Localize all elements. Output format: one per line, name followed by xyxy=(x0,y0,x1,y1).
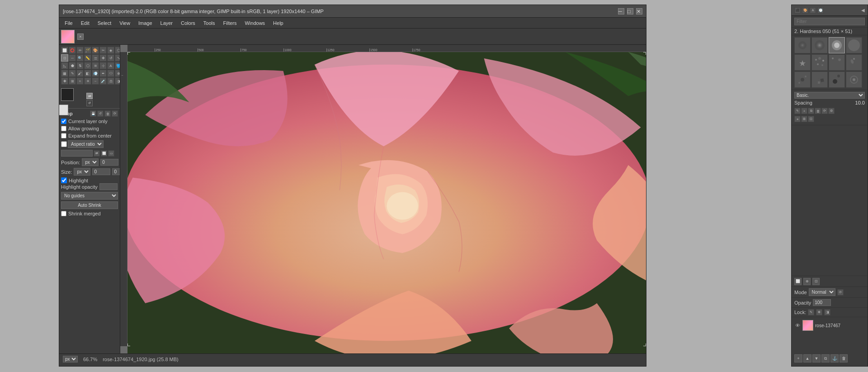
brush-scatter-1[interactable] xyxy=(811,54,828,71)
expand-from-center-checkbox[interactable] xyxy=(61,133,66,138)
brush-new-icon[interactable]: + xyxy=(801,108,807,114)
tool-scissors[interactable]: ✂ xyxy=(99,47,107,54)
brush-scatter-3[interactable] xyxy=(846,54,862,71)
brush-edit-icon[interactable]: ✎ xyxy=(794,108,801,114)
brush-icon-1[interactable]: ≡ xyxy=(794,116,801,122)
preset-select[interactable]: Basic. xyxy=(794,92,865,99)
tool-crop[interactable]: ⊡ xyxy=(61,54,68,62)
brush-filter-input[interactable] xyxy=(794,18,865,25)
maximize-button[interactable]: □ xyxy=(627,8,633,14)
layer-visibility-icon[interactable]: 👁 xyxy=(794,322,801,329)
tool-perspective-clone[interactable]: ⊞ xyxy=(69,77,76,85)
tool-fuzzy-select[interactable]: 🪄 xyxy=(84,47,91,54)
menu-select[interactable]: Select xyxy=(94,19,115,27)
layer-duplicate-btn[interactable]: ⧉ xyxy=(821,354,830,362)
brush-settings-icon[interactable]: ⚙ xyxy=(828,108,835,114)
brush-scatter-5[interactable] xyxy=(811,72,828,88)
brushes-panel-icon[interactable]: ⬛ xyxy=(794,7,801,14)
no-guides-select[interactable]: No guides xyxy=(61,192,118,200)
position-x-input[interactable] xyxy=(100,159,118,166)
layer-new-btn[interactable]: + xyxy=(794,354,802,362)
brush-hard-active[interactable] xyxy=(829,37,845,53)
highlight-opacity-input[interactable]: 50.0 xyxy=(99,183,118,190)
tool-warp[interactable]: ≋ xyxy=(92,62,99,69)
brush-icon-3[interactable]: ⊡ xyxy=(808,116,814,122)
auto-shrink-button[interactable]: Auto Shrink xyxy=(61,201,118,209)
layer-header-btn-2[interactable]: ⊕ xyxy=(803,278,811,285)
brush-duplicate-icon[interactable]: ⧉ xyxy=(808,108,814,114)
brush-soft-sm[interactable] xyxy=(794,37,811,53)
layer-header-btn-3[interactable]: ⊡ xyxy=(812,278,820,285)
layer-delete-btn[interactable]: 🗑 xyxy=(840,354,848,362)
background-color[interactable] xyxy=(59,105,68,115)
tool-gradient[interactable]: ▦ xyxy=(61,70,68,77)
tool-airbrush[interactable]: 💨 xyxy=(92,70,99,77)
brush-delete-icon[interactable]: 🗑 xyxy=(815,108,821,114)
tool-select-color[interactable]: 🎨 xyxy=(92,47,99,54)
tool-hue[interactable]: ◑ xyxy=(115,77,120,85)
menu-colors[interactable]: Colors xyxy=(177,19,199,27)
tool-pencil[interactable]: ✎ xyxy=(69,70,76,77)
tool-eraser[interactable]: ◧ xyxy=(84,70,91,77)
tool-options-save[interactable]: 💾 xyxy=(90,110,96,117)
brush-scatter-6[interactable] xyxy=(829,72,845,88)
fixed-checkbox[interactable] xyxy=(61,141,67,147)
tool-move[interactable]: ✥ xyxy=(99,54,107,62)
aspect-ratio-select[interactable]: Aspect ratio xyxy=(68,140,104,148)
mode-extra-icon[interactable]: ⟳ xyxy=(837,289,844,296)
tool-smudge[interactable]: ~ xyxy=(92,77,99,85)
ratio-portrait-icon[interactable]: ⬜ xyxy=(101,150,107,157)
size-y-input[interactable] xyxy=(112,168,120,175)
minimize-button[interactable]: ─ xyxy=(618,8,624,14)
tool-ellipse-select[interactable]: ⭕ xyxy=(69,47,76,54)
tool-transform[interactable]: ↔ xyxy=(69,54,76,62)
tool-align[interactable]: ⚌ xyxy=(92,54,99,62)
tool-ink[interactable]: ✒ xyxy=(99,70,107,77)
expand-panel-button[interactable]: ◀ xyxy=(861,8,865,13)
opacity-input[interactable] xyxy=(813,299,831,306)
tool-perspective[interactable]: ⬟ xyxy=(69,62,76,69)
menu-tools[interactable]: Tools xyxy=(200,19,219,27)
tool-zoom[interactable]: 🔍 xyxy=(76,54,84,62)
menu-layer[interactable]: Layer xyxy=(157,19,177,27)
tool-free-select[interactable]: ✏ xyxy=(76,47,84,54)
tool-clone[interactable]: ⊕ xyxy=(115,70,120,77)
swap-colors-button[interactable]: ⇄ xyxy=(86,93,93,99)
tool-scale[interactable]: ⤡ xyxy=(115,54,120,62)
brush-icon-2[interactable]: ⊞ xyxy=(801,116,807,122)
layer-header-btn-1[interactable]: ⬜ xyxy=(794,278,802,285)
tool-paintbrush[interactable]: 🖌 xyxy=(76,70,84,77)
tool-mypaint[interactable]: ⬭ xyxy=(107,70,114,77)
size-x-input[interactable] xyxy=(92,168,110,175)
lock-position-icon[interactable]: ✥ xyxy=(816,309,822,315)
tool-shear[interactable]: ◺ xyxy=(61,62,68,69)
menu-windows[interactable]: Windows xyxy=(241,19,269,27)
history-panel-icon[interactable]: 🕐 xyxy=(817,7,824,14)
brush-refresh-icon[interactable]: ⟳ xyxy=(821,108,828,114)
tool-heal[interactable]: ✚ xyxy=(61,77,68,85)
tool-rect-select[interactable]: ⬜ xyxy=(61,47,68,54)
ratio-swap-icon[interactable]: ⇄ xyxy=(94,150,100,157)
brush-hard-lg[interactable] xyxy=(846,37,862,53)
tool-paths[interactable]: ⬡ xyxy=(115,47,120,54)
position-unit-select[interactable]: px xyxy=(82,158,99,166)
brush-scatter-2[interactable] xyxy=(829,54,845,71)
close-button[interactable]: ✕ xyxy=(636,8,642,14)
layer-lower-btn[interactable]: ▼ xyxy=(812,354,821,362)
menu-edit[interactable]: Edit xyxy=(77,19,93,27)
tool-cage[interactable]: ⬡ xyxy=(84,62,91,69)
tool-handle[interactable]: ⊹ xyxy=(99,62,107,69)
current-layer-only-checkbox[interactable] xyxy=(61,119,66,124)
canvas-area[interactable]: 250 500 750 1000 1250 1500 1750 ↑ xyxy=(120,45,646,353)
brush-scatter-4[interactable] xyxy=(794,72,811,88)
tool-color-balance[interactable]: ⚖ xyxy=(107,77,114,85)
tool-blur[interactable]: ≈ xyxy=(76,77,84,85)
font-panel-icon[interactable]: A xyxy=(810,7,816,14)
tool-dodge[interactable]: ☀ xyxy=(84,77,91,85)
layer-raise-btn[interactable]: ▲ xyxy=(803,354,811,362)
tool-text[interactable]: A xyxy=(107,62,114,69)
shrink-merged-checkbox[interactable] xyxy=(61,211,66,216)
tool-foreground-select[interactable]: ◈ xyxy=(107,47,114,54)
brush-scatter-7[interactable] xyxy=(846,72,862,88)
menu-help[interactable]: Help xyxy=(269,19,287,27)
